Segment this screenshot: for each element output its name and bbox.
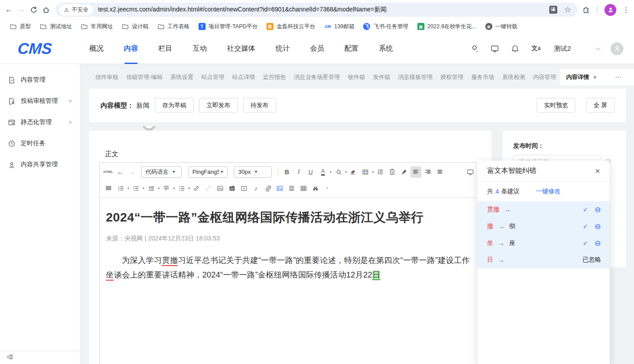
address-bar[interactable]: ⚠ 不安全 test.x2.jeecms.com/admin/index.htm… xyxy=(56,3,578,17)
remove-link-button[interactable] xyxy=(203,183,214,194)
sidebar-item-content-management[interactable]: 内容管理 xyxy=(0,69,80,90)
font-color-button[interactable]: A▾ xyxy=(317,166,332,178)
clear-cache-button[interactable] xyxy=(470,45,479,53)
browser-home-button[interactable] xyxy=(40,4,52,16)
line-spacing-button[interactable]: ▾ xyxy=(161,183,175,194)
browser-profile-avatar[interactable] xyxy=(604,4,616,16)
fullscreen-button[interactable]: 全 屏 xyxy=(586,98,615,113)
font-size-select[interactable]: 30px▼ xyxy=(234,166,272,178)
nav-social-media[interactable]: 社交媒体 xyxy=(217,34,266,64)
nav-content[interactable]: 内容 xyxy=(114,34,148,64)
translate-icon[interactable]: 译 xyxy=(549,6,557,14)
workspace-name[interactable]: 测试2 xyxy=(554,45,571,53)
tab-message-scene[interactable]: 消息业务场景管理 xyxy=(290,69,344,86)
font-family-select[interactable]: PingFangS▼ xyxy=(188,166,228,178)
bookmark-folder[interactable]: 常用网址 xyxy=(76,21,117,32)
tab-outbox[interactable]: 发件箱 xyxy=(369,69,394,86)
error-marked-text[interactable]: 坐 xyxy=(106,270,114,281)
insert-image-button[interactable] xyxy=(215,183,226,194)
nav-channel[interactable]: 栏目 xyxy=(148,34,183,64)
tab-message-template[interactable]: 消息模板管理 xyxy=(394,69,436,86)
background-color-button[interactable]: ▾ xyxy=(332,166,347,178)
format-brush-button[interactable] xyxy=(398,166,409,178)
accept-button[interactable]: ✓ xyxy=(583,206,588,213)
code-language-select[interactable]: 代码语言▼ xyxy=(141,166,182,178)
insert-table-button[interactable] xyxy=(298,183,309,194)
ordered-list-button[interactable]: 123▾ xyxy=(115,183,129,194)
sidebar-item-static-management[interactable]: 静态化管理 > xyxy=(0,112,80,133)
highlighted-text[interactable]: 日 xyxy=(372,270,380,280)
nav-statistics[interactable]: 统计 xyxy=(266,34,300,64)
insert-video-button[interactable] xyxy=(239,183,250,194)
text-search-button[interactable]: A xyxy=(322,183,333,194)
tab-service-market[interactable]: 服务市场 xyxy=(467,69,498,86)
close-icon[interactable]: × xyxy=(595,167,600,175)
tab-system-settings[interactable]: 系统设置 xyxy=(166,69,197,86)
chevron-down-icon[interactable] xyxy=(596,45,601,53)
bullet-list-button[interactable]: ▾ xyxy=(130,183,145,194)
task-list-button[interactable]: ▾ xyxy=(176,183,190,194)
media-library-button[interactable] xyxy=(274,183,285,194)
tab-site-detail[interactable]: 站点详情 xyxy=(228,69,259,86)
editor-content-area[interactable]: 2024“一带一路”金枢纽网络国际传播活动在浙江义乌举行 来源：央视网 | 20… xyxy=(100,198,480,282)
browser-back-button[interactable]: ← xyxy=(3,4,15,16)
insert-audio-button[interactable]: ♪ xyxy=(251,183,262,194)
fix-all-button[interactable]: 一键修改 xyxy=(536,188,561,195)
bookmark-site[interactable]: ▦2022.9在校学生花... xyxy=(413,21,481,32)
live-preview-button[interactable]: 实时预览 xyxy=(536,98,575,113)
nav-overview[interactable]: 概况 xyxy=(79,34,114,64)
tab-content-management[interactable]: 内容管理 xyxy=(529,69,560,86)
align-left-button[interactable] xyxy=(410,166,421,178)
tab-authorization[interactable]: 授权管理 xyxy=(436,69,467,86)
upload-image-button[interactable] xyxy=(227,183,238,194)
media-layout-button[interactable]: ▾ xyxy=(360,166,374,178)
indent-button[interactable] xyxy=(375,166,386,178)
article-title[interactable]: 2024“一带一路”金枢纽网络国际传播活动在浙江义乌举行 xyxy=(106,209,471,226)
error-marked-text[interactable]: 贯撤 xyxy=(162,256,178,266)
bookmark-folder[interactable]: 原型 xyxy=(5,21,35,32)
close-icon[interactable]: × xyxy=(593,74,596,81)
bookmark-folder[interactable]: 工作表格 xyxy=(153,21,194,32)
article-body[interactable]: 为深入学习贯撤习近平总书记关于共建“一带一路”的重要论述，特别是在第四次“一带一… xyxy=(106,253,473,282)
browser-forward-button[interactable]: → xyxy=(15,4,27,16)
bookmark-folder[interactable]: 测试地址 xyxy=(35,21,76,32)
tab-site-management[interactable]: 站点管理 xyxy=(197,69,228,86)
site-preview-button[interactable] xyxy=(491,45,499,53)
bookmark-site[interactable]: 飞飞书-任务管理 xyxy=(359,21,413,32)
find-replace-button[interactable] xyxy=(310,183,321,194)
notifications-button[interactable] xyxy=(511,45,519,53)
bookmark-site[interactable]: 139139邮箱 xyxy=(320,21,359,32)
browser-menu-button[interactable]: ⋮ xyxy=(623,6,630,14)
insert-attachment-button[interactable] xyxy=(263,183,274,194)
article-source-line[interactable]: 来源：央视网 | 2024年12月23日 18:03:53 xyxy=(106,235,471,243)
tab-letter-review[interactable]: 信件审核 xyxy=(91,69,122,86)
italic-button[interactable]: I xyxy=(293,166,304,178)
tab-system-check[interactable]: 系统检测 xyxy=(498,69,529,86)
tab-mailbox-edit[interactable]: 信箱管理-编辑 xyxy=(122,69,166,86)
language-icon[interactable]: 文A xyxy=(531,45,540,53)
bookmark-site[interactable]: ⊕一键转载 xyxy=(481,21,522,32)
align-center-button[interactable] xyxy=(434,166,445,178)
ignore-button[interactable]: ⊖ xyxy=(595,206,601,214)
editor-fullscreen-button[interactable] xyxy=(465,166,476,178)
accept-button[interactable]: ✓ xyxy=(583,223,588,230)
tab-monitor-report[interactable]: 监控报告 xyxy=(259,69,290,86)
bold-button[interactable]: B xyxy=(281,166,293,178)
tab-inbox[interactable]: 收件箱 xyxy=(344,69,369,86)
nav-system[interactable]: 系统 xyxy=(369,34,403,64)
bookmark-site[interactable]: 金金磊科技云平台 xyxy=(262,21,320,32)
paragraph-spacing-button[interactable]: ▾ xyxy=(145,183,160,194)
sidebar-item-scheduled-tasks[interactable]: 定时任务 xyxy=(0,133,80,154)
browser-reload-button[interactable] xyxy=(27,4,40,16)
ignore-button[interactable]: ⊖ xyxy=(595,240,601,247)
paste-button[interactable] xyxy=(386,166,398,178)
collapse-sidebar-button[interactable] xyxy=(7,353,14,362)
underline-button[interactable]: U xyxy=(305,166,316,178)
bookmark-folder[interactable]: 设计稿 xyxy=(117,21,153,32)
remove-format-button[interactable] xyxy=(348,166,359,178)
nav-settings[interactable]: 配置 xyxy=(334,34,369,64)
insert-link-button[interactable] xyxy=(191,183,202,194)
sidebar-item-content-sharing[interactable]: 内容共享管理 xyxy=(0,154,80,175)
justify-button[interactable] xyxy=(103,183,114,194)
bookmark-star-icon[interactable]: ☆ xyxy=(564,5,571,15)
